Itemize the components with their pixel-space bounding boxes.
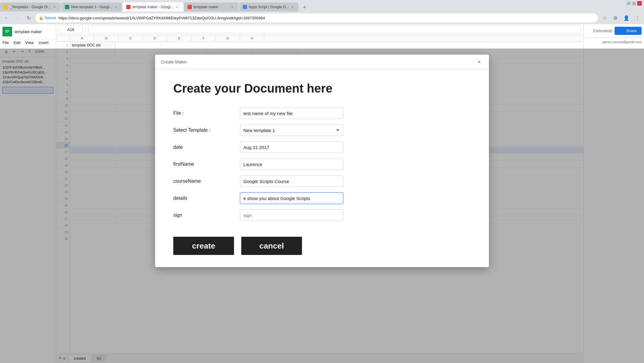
bookmark-button[interactable]: ☆ <box>600 14 609 22</box>
dialog-close-button[interactable]: × <box>476 58 483 66</box>
file-input[interactable] <box>240 107 343 119</box>
dialog-overlay: Create Maker × Create your Document here… <box>0 49 644 363</box>
cell-B1[interactable] <box>116 42 161 49</box>
tab-label-template-maker-2: template maker <box>194 5 229 9</box>
form-row-date: date <box>173 141 471 153</box>
close-button[interactable]: ✕ <box>637 1 642 5</box>
dialog-heading: Create your Document here <box>173 82 471 95</box>
menu-button[interactable]: ⋮ <box>633 14 642 22</box>
tab-label-templates: _Templates - Google Dr... <box>10 5 51 9</box>
form-row-file: File : <box>173 107 471 119</box>
share-button[interactable]: 👤 Share <box>615 27 642 35</box>
tab-template-maker-active[interactable]: template maker - Googl... × <box>123 2 183 12</box>
data-row-1: template DOC ids <box>70 42 583 49</box>
date-input[interactable] <box>240 141 343 153</box>
tab-apps-script[interactable]: Apps Script | Google D... × <box>239 2 299 12</box>
dialog-body: Create your Document here File : Select … <box>155 70 489 267</box>
tab-favicon-template-maker <box>126 5 130 9</box>
col-header-D[interactable]: D <box>143 35 167 42</box>
secure-badge: 🔒 Secure <box>39 16 56 20</box>
extensions-button[interactable]: ⚙ <box>611 14 620 22</box>
cell-C1[interactable] <box>161 42 207 49</box>
secure-label: Secure <box>45 16 56 20</box>
col-header-A[interactable]: A <box>70 35 94 42</box>
create-maker-dialog: Create Maker × Create your Document here… <box>155 55 489 267</box>
window-controls: ─ □ ✕ <box>626 1 642 5</box>
tab-new-template[interactable]: New template 1 - Googl... × <box>61 2 122 12</box>
firstname-input[interactable] <box>240 158 343 170</box>
tab-close-new-template[interactable]: × <box>114 5 118 9</box>
comments-button[interactable]: Comments <box>593 29 612 33</box>
cell-reference-input[interactable] <box>59 25 83 33</box>
tab-label-apps-script: Apps Script | Google D... <box>249 5 289 9</box>
share-icon: 👤 <box>619 29 624 33</box>
menu-file[interactable]: File <box>2 40 9 45</box>
forward-button[interactable]: → <box>13 14 22 22</box>
create-button[interactable]: create <box>173 237 234 255</box>
form-row-sign: sign <box>173 209 471 221</box>
form-label-date: date <box>173 144 240 150</box>
details-input[interactable] <box>240 192 343 204</box>
maximize-button[interactable]: □ <box>632 1 636 5</box>
svg-rect-2 <box>5 31 9 32</box>
cell-A1[interactable]: template DOC ids <box>70 42 116 49</box>
spreadsheet-menu: File Edit View Insert <box>0 39 56 46</box>
form-label-file: File : <box>173 110 240 116</box>
minimize-button[interactable]: ─ <box>626 1 631 5</box>
formula-bar-input[interactable] <box>88 25 581 33</box>
tab-label-new-template: New template 1 - Googl... <box>71 5 112 9</box>
col-header-H[interactable]: H <box>240 35 264 42</box>
column-headers: A B C D E F G H <box>56 35 583 42</box>
cell-D1[interactable] <box>207 42 252 49</box>
col-header-B[interactable]: B <box>94 35 119 42</box>
menu-insert[interactable]: Insert <box>39 40 49 45</box>
corner-cell <box>56 35 70 42</box>
menu-edit[interactable]: Edit <box>14 40 20 45</box>
url-text: https://docs.google.com/spreadsheets/d/1… <box>59 16 594 20</box>
form-label-coursename: courseName <box>173 178 240 184</box>
sidebar-header: template maker <box>0 24 56 39</box>
form-row-details: details <box>173 192 471 204</box>
back-button[interactable]: ← <box>2 14 11 22</box>
address-bar: ← → ↻ 🔒 Secure https://docs.google.com/s… <box>0 12 644 24</box>
button-row: create cancel <box>173 237 471 255</box>
coursename-input[interactable] <box>240 175 343 187</box>
form-row-firstname: firstName <box>173 158 471 170</box>
tab-favicon-templates <box>4 5 8 9</box>
menu-view[interactable]: View <box>25 40 34 45</box>
template-select[interactable]: New template 1 <box>240 124 343 136</box>
row-num-1: 1 <box>56 42 70 49</box>
url-bar[interactable]: 🔒 Secure https://docs.google.com/spreads… <box>35 13 598 22</box>
col-header-E[interactable]: E <box>167 35 192 42</box>
profile-button[interactable]: 👤 <box>622 14 631 22</box>
form-label-sign: sign <box>173 212 240 218</box>
right-panel-header: Comments 👤 Share <box>584 24 644 38</box>
user-email: gacos.coursei@gmail.com <box>584 38 644 46</box>
formula-bar-row <box>56 24 583 35</box>
tab-close-template-maker-2[interactable]: × <box>230 5 235 9</box>
tab-label-template-maker: template maker - Googl... <box>132 5 173 9</box>
lock-icon: 🔒 <box>39 16 43 20</box>
sheets-icon <box>2 27 12 36</box>
form-label-firstname: firstName <box>173 161 240 167</box>
sidebar-title: template maker <box>15 29 42 34</box>
form-row-coursename: courseName <box>173 175 471 187</box>
dialog-toolbar: Create Maker × <box>155 55 489 70</box>
col-header-G[interactable]: G <box>216 35 240 42</box>
tab-close-template-maker[interactable]: × <box>175 5 180 9</box>
tab-close-templates[interactable]: × <box>52 5 57 9</box>
col-header-F[interactable]: F <box>192 35 216 42</box>
cell-E1[interactable] <box>252 42 298 49</box>
tab-close-apps-script[interactable]: × <box>290 5 295 9</box>
sign-input[interactable] <box>240 209 343 221</box>
new-tab-button[interactable]: + <box>300 3 309 12</box>
col-header-C[interactable]: C <box>119 35 143 42</box>
form-label-details: details <box>173 195 240 201</box>
tab-favicon-apps-script <box>243 5 247 9</box>
tab-template-maker-2[interactable]: template maker × <box>184 2 239 12</box>
formula-bar-divider <box>85 26 86 32</box>
refresh-button[interactable]: ↻ <box>24 14 33 22</box>
tab-favicon-template-maker-2 <box>188 5 192 9</box>
cancel-button[interactable]: cancel <box>241 237 302 255</box>
tab-templates[interactable]: _Templates - Google Dr... × <box>0 2 61 12</box>
